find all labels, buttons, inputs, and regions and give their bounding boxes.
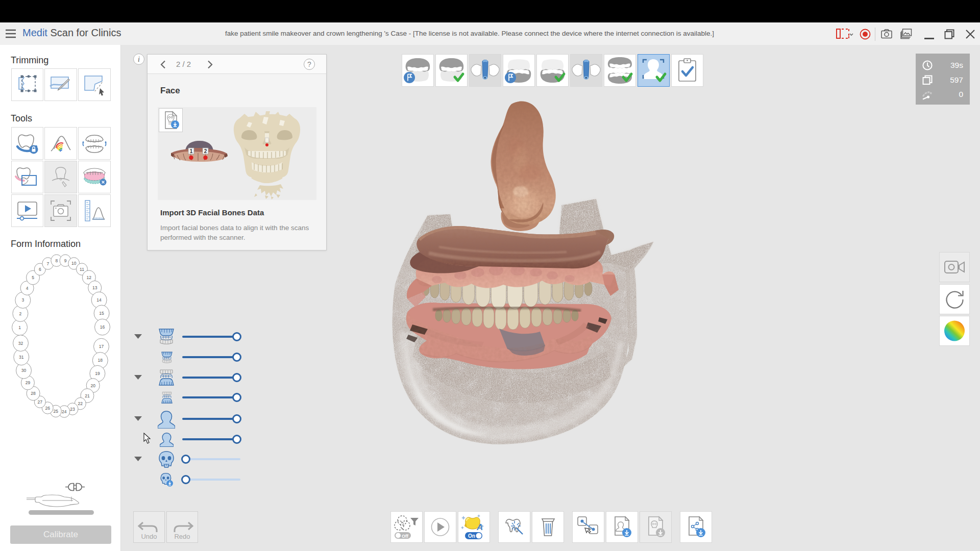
svg-text:14: 14 [96,297,102,303]
svg-text:29: 29 [26,380,31,385]
svg-text:30: 30 [21,368,27,373]
svg-text:11: 11 [80,267,84,272]
svg-text:1: 1 [18,325,21,330]
svg-text:21: 21 [85,393,90,398]
svg-text:26: 26 [45,406,50,411]
svg-text:A: A [476,522,483,532]
svg-text:1: 1 [190,148,193,154]
svg-text:28: 28 [31,391,36,396]
svg-text:10: 10 [71,261,77,266]
svg-text:24: 24 [62,409,67,414]
svg-text:15: 15 [99,311,104,316]
svg-text:Redo: Redo [174,533,190,540]
svg-text:On: On [468,533,475,539]
svg-text:22: 22 [78,401,83,406]
svg-text:25: 25 [54,409,59,414]
svg-text:2: 2 [204,148,207,154]
svg-text:13: 13 [92,285,97,290]
svg-text:16: 16 [100,324,105,330]
svg-text:5: 5 [32,275,34,280]
svg-text:18: 18 [98,358,103,363]
svg-text:17: 17 [99,344,104,349]
svg-text:12: 12 [87,275,92,280]
svg-text:2: 2 [19,311,22,316]
svg-text:Undo: Undo [141,533,157,540]
svg-text:4: 4 [26,286,29,291]
svg-text:31: 31 [19,355,24,360]
svg-text:32: 32 [18,341,23,346]
svg-text:7: 7 [47,261,50,266]
svg-text:9: 9 [64,258,67,263]
svg-text:3: 3 [21,297,24,303]
svg-text:19: 19 [95,371,100,376]
svg-text:Off: Off [402,534,409,539]
svg-text:23: 23 [70,407,75,412]
svg-text:8: 8 [55,258,58,263]
svg-text:6: 6 [39,267,41,272]
svg-text:27: 27 [38,399,43,405]
svg-text:20: 20 [90,383,95,388]
